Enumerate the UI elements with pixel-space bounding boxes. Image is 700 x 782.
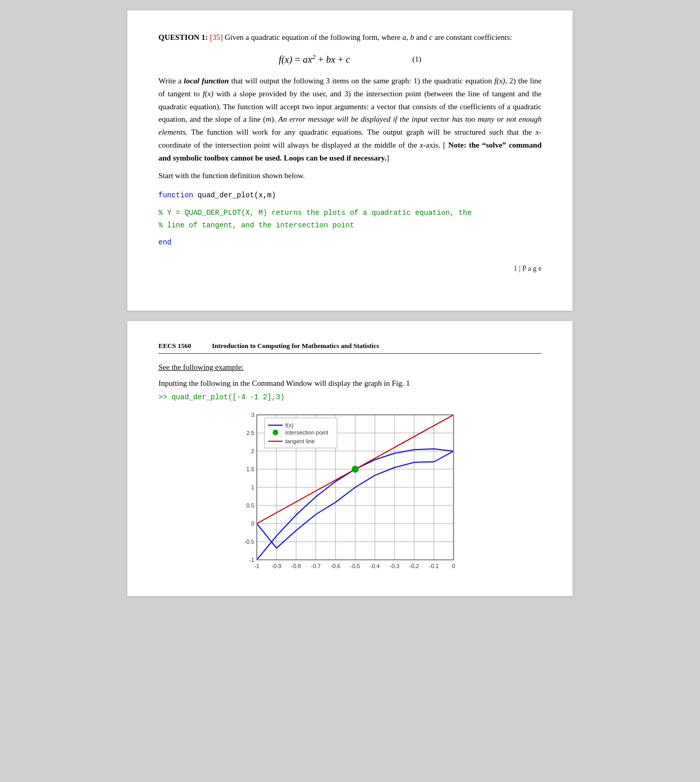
svg-text:-0.1: -0.1 [429,563,439,569]
formula-block: f(x) = ax2 + bx + c (1) [158,53,542,65]
code-comment-2: % line of tangent, and the intersection … [158,220,542,232]
page-2: EECS 1560 Introduction to Computing for … [127,321,573,596]
formula-equation: f(x) = ax2 + bx + c [279,53,350,65]
course-code: EECS 1560 [158,342,191,350]
svg-text:-0.4: -0.4 [370,563,380,569]
body-paragraph-1: Write a local function that will output … [158,75,542,164]
code-block: function quad_der_plot(x,m) % Y = QUAD_D… [158,190,542,249]
code-function-signature: quad_der_plot(x,m) [193,191,276,199]
code-comment-1: % Y = QUAD_DER_PLOT(X, M) returns the pl… [158,207,542,220]
svg-point-23 [352,466,358,472]
svg-text:-0.2: -0.2 [410,563,419,569]
svg-text:f(x): f(x) [285,422,294,428]
svg-text:0: 0 [251,520,254,527]
inputting-text: Inputting the following in the Command W… [158,379,542,388]
svg-text:-0.6: -0.6 [331,563,341,569]
code-end: end [158,237,542,249]
question-intro: Given a quadratic equation of the follow… [225,33,512,41]
start-text: Start with the function definition shown… [158,169,542,182]
question-header: QUESTION 1: [35] Given a quadratic equat… [158,31,542,44]
page2-header: EECS 1560 Introduction to Computing for … [158,342,542,354]
local-function-label: local function [184,77,229,85]
svg-text:-1: -1 [254,563,259,569]
svg-text:1.5: 1.5 [246,466,254,472]
svg-text:2: 2 [251,448,254,454]
svg-text:-0.5: -0.5 [351,563,360,569]
svg-text:-1: -1 [249,557,254,563]
svg-text:intersection point: intersection point [285,429,328,436]
course-title: Introduction to Computing for Mathematic… [212,342,379,350]
code-comment-block: % Y = QUAD_DER_PLOT(X, M) returns the pl… [158,207,542,232]
svg-text:-0.9: -0.9 [272,563,282,569]
page-footer: 1 | P a g e [158,265,542,273]
code-keyword-end: end [158,238,171,247]
code-line-1: function quad_der_plot(x,m) [158,190,542,202]
svg-text:0.5: 0.5 [246,502,254,509]
svg-text:-0.7: -0.7 [311,563,321,569]
svg-text:2.5: 2.5 [246,430,254,436]
code-command: >> quad_der_plot([-4 -1 2],3) [158,393,542,401]
svg-text:tangent line: tangent line [285,438,315,444]
svg-text:-0.5: -0.5 [244,539,254,545]
svg-text:0: 0 [452,563,455,569]
svg-text:1: 1 [251,484,254,490]
chart-container: 3 2.5 2 1.5 1 0.5 0 -0.5 -1 -1 -0.9 -0.8… [158,410,542,575]
chart-svg: 3 2.5 2 1.5 1 0.5 0 -0.5 -1 -1 -0.9 -0.8… [236,410,464,575]
code-keyword-function: function [158,191,193,199]
page-1: QUESTION 1: [35] Given a quadratic equat… [127,10,573,311]
formula-number: (1) [412,55,421,64]
question-label: QUESTION 1: [158,33,208,41]
svg-text:3: 3 [251,412,254,418]
svg-text:-0.8: -0.8 [291,563,301,569]
svg-point-47 [273,430,278,435]
see-example: See the following example: [158,363,542,372]
page-number: 1 | P a g e [514,265,542,272]
svg-text:-0.3: -0.3 [390,563,400,569]
question-points: [35] [210,33,223,41]
